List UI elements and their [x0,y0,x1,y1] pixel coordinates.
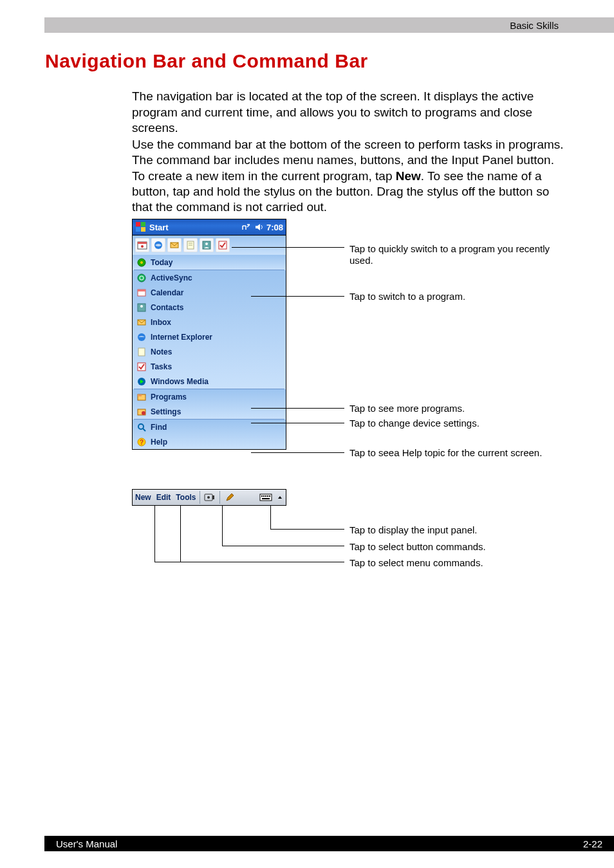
start-flag-icon [135,221,147,233]
callout-line [232,247,344,248]
svg-rect-39 [261,495,263,497]
menu-section-help: Find ? Help [132,420,286,450]
callout-line [270,529,344,530]
menu-item-help[interactable]: ? Help [133,434,286,449]
menu-item-label: Internet Explorer [151,333,212,342]
menu-item-internet-explorer[interactable]: Internet Explorer [133,329,286,344]
svg-rect-37 [212,495,214,499]
ie-icon [136,332,147,342]
menu-item-notes[interactable]: Notes [133,344,286,359]
activesync-icon [136,273,147,283]
recent-ie-icon[interactable] [151,238,165,252]
paragraph-2-bold: New [396,169,421,183]
recent-calendar-icon[interactable] [135,238,149,252]
cmd-edit[interactable]: Edit [154,493,174,502]
svg-rect-0 [136,222,140,226]
callout-line [222,506,223,546]
today-icon [136,257,147,268]
callout-help: Tap to seea Help topic for the current s… [349,447,562,459]
callout-recent: Tap to quickly switch to a program you r… [349,243,562,266]
callout-programs: Tap to see more programs. [349,403,562,414]
menu-item-label: Calendar [151,288,183,297]
svg-rect-5 [138,242,147,244]
menu-item-label: Inbox [151,318,171,327]
menu-item-calendar[interactable]: Calendar [133,285,286,300]
svg-point-31 [138,424,144,429]
speaker-icon[interactable] [255,223,265,232]
notes-icon [136,347,147,357]
callout-switch: Tap to switch to a program. [349,291,562,302]
help-icon: ? [136,437,147,447]
svg-rect-24 [138,348,145,356]
menu-item-activesync[interactable]: ActiveSync [133,270,286,285]
page-header-bar: Basic Skills [44,17,614,33]
cmd-button-record[interactable] [203,491,217,504]
navbar-time: 7:08 [266,223,283,232]
recent-notes-icon[interactable] [183,238,198,252]
cmd-tools[interactable]: Tools [173,493,198,502]
cmd-button-pen[interactable] [223,491,237,504]
svg-rect-28 [138,394,142,396]
callout-input-panel: Tap to display the input panel. [349,524,562,536]
windows-media-icon [136,376,147,387]
menu-item-windows-media[interactable]: Windows Media [133,374,286,389]
svg-rect-40 [263,495,265,497]
callout-line [222,546,344,546]
callout-menu-cmds: Tap to select menu commands. [349,557,562,569]
recent-programs-row [132,235,286,255]
footer-right: 2-22 [583,838,602,849]
menu-item-label: Tasks [151,362,172,371]
pda-start-menu: Start 7:08 [132,219,286,450]
callout-button-cmds: Tap to select button commands. [349,541,562,553]
svg-point-13 [205,243,208,245]
svg-point-21 [140,305,143,308]
menu-item-programs[interactable]: Programs [133,389,286,404]
callout-line [251,296,344,297]
pda-command-bar: New Edit Tools [132,489,286,506]
menu-item-label: Contacts [151,303,183,312]
svg-rect-2 [136,227,140,232]
figure: Start 7:08 [132,219,570,579]
callout-line [270,506,271,529]
svg-point-36 [207,496,210,499]
callout-line [154,562,344,562]
command-bar: New Edit Tools [132,489,286,506]
menu-item-label: ActiveSync [151,273,192,282]
svg-rect-38 [260,494,272,501]
svg-point-17 [138,274,145,282]
menu-item-inbox[interactable]: Inbox [133,315,286,329]
callout-line [251,452,344,453]
menu-item-label: Programs [151,392,187,402]
menu-item-label: Windows Media [151,377,209,386]
cmd-button-keyboard[interactable] [259,491,273,504]
menu-item-settings[interactable]: Settings [133,404,286,419]
menu-item-find[interactable]: Find [133,420,286,434]
cmd-new[interactable]: New [133,493,154,502]
footer-left: User's Manual [56,838,583,849]
connectivity-icon[interactable] [241,223,251,232]
settings-icon [136,407,147,417]
svg-rect-19 [138,290,145,291]
recent-inbox-icon[interactable] [167,238,181,252]
menu-item-contacts[interactable]: Contacts [133,300,286,315]
page-header-chapter: Basic Skills [510,20,559,31]
recent-contacts-icon[interactable] [200,238,214,252]
menu-section-system: Programs Settings [132,389,286,420]
svg-point-6 [141,245,144,248]
svg-rect-42 [267,495,268,497]
svg-rect-3 [141,227,145,232]
menu-item-tasks[interactable]: Tasks [133,359,286,374]
menu-section-programs: ActiveSync Calendar Contacts Inbox Inter… [132,270,286,389]
callout-line [180,506,181,562]
find-icon [136,422,147,432]
cmd-button-sip-up[interactable] [275,491,284,504]
page-footer-bar: User's Manual 2-22 [44,836,614,851]
menu-item-label: Help [151,438,167,447]
menu-item-label: Notes [151,347,172,356]
recent-tasks-icon[interactable] [216,238,230,252]
navbar[interactable]: Start 7:08 [132,219,286,235]
tasks-icon [136,362,147,372]
separator [200,491,200,504]
menu-item-today[interactable]: Today [133,255,286,270]
menu-section-today: Today [132,255,286,270]
